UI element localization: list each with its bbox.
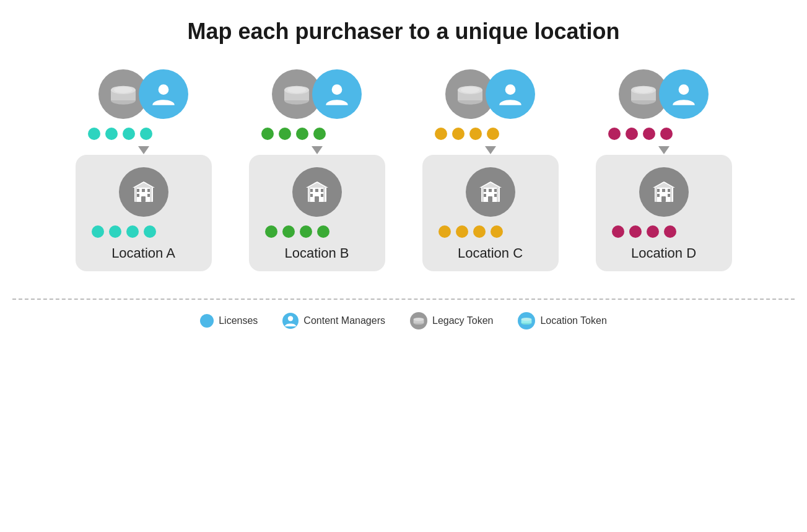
top-dots-a [88,128,152,140]
purchaser-column-b: Location B [249,69,385,271]
top-dot-a-0 [88,128,100,140]
svg-rect-15 [150,186,152,202]
legend-item-licenses: Licenses [200,314,258,328]
card-dot-b-3 [317,225,329,238]
card-dot-b-2 [300,225,312,238]
top-dot-a-3 [140,128,152,140]
svg-point-3 [114,87,133,93]
building-icon-d [639,167,689,217]
card-dots-b [265,225,329,238]
svg-rect-51 [497,186,499,202]
building-icon-b [292,167,342,217]
main-content: Location A [12,69,795,520]
purchaser-column-d: Location D [596,69,732,271]
svg-rect-9 [142,189,145,192]
top-dot-b-1 [279,128,291,140]
legend-item-location-token: Location Token [518,312,606,329]
top-dot-d-1 [626,128,638,140]
svg-rect-67 [661,196,666,202]
purchasers-row: Location A [76,69,732,271]
card-dot-c-2 [473,225,486,238]
svg-point-58 [679,84,689,95]
card-dot-d-3 [664,225,676,238]
legend-person-icon [282,313,299,329]
card-dot-d-1 [629,225,642,238]
top-dots-b [261,128,326,140]
card-dots-c [438,225,503,238]
top-dot-c-3 [487,128,499,140]
location-label-c: Location C [458,245,523,261]
card-dot-c-3 [491,225,503,238]
arrow-head-a [138,146,149,154]
location-label-b: Location B [285,245,349,261]
icons-pair-c [445,69,535,119]
legend-label-legacy-token: Legacy Token [432,315,493,326]
svg-point-21 [287,87,306,93]
svg-point-39 [461,87,479,93]
card-dot-a-2 [126,225,139,238]
top-dot-d-0 [608,128,621,140]
svg-rect-45 [489,189,492,192]
legend-item-content-managers: Content Managers [282,313,385,329]
card-dot-c-0 [438,225,451,238]
divider [12,299,795,300]
svg-point-75 [414,318,424,321]
top-dots-d [608,128,673,140]
building-icon-a [119,167,168,217]
arrow-head-d [658,146,670,154]
purchaser-column-a: Location A [76,69,212,271]
top-dot-d-3 [660,128,673,140]
building-icon-c [466,167,515,217]
location-label-a: Location A [111,245,175,261]
card-dots-a [92,225,156,238]
card-dot-d-2 [647,225,659,238]
legend-label-location-token: Location Token [540,315,606,326]
purchaser-column-c: Location C [422,69,559,271]
card-dots-d [612,225,676,238]
person-circle-b [312,69,362,119]
svg-point-72 [288,316,293,321]
svg-rect-49 [488,196,492,202]
svg-rect-63 [662,189,665,192]
svg-rect-33 [323,186,325,202]
legend-licenses-dot [200,314,214,328]
top-dot-d-2 [643,128,655,140]
top-dot-a-1 [105,128,118,140]
legend-item-legacy-token: Legacy Token [410,312,493,329]
legend-label-licenses: Licenses [219,315,258,326]
legend-label-content-managers: Content Managers [303,315,385,326]
svg-point-78 [521,318,532,321]
location-card-b: Location B [249,155,385,271]
icons-pair-a [98,69,188,119]
card-dot-b-0 [265,225,277,238]
card-dot-b-1 [282,225,295,238]
svg-rect-69 [670,186,672,202]
svg-rect-32 [308,186,310,202]
card-dot-d-0 [612,225,624,238]
page-title: Map each purchaser to a unique location [187,19,619,45]
card-dot-a-0 [92,225,104,238]
svg-rect-31 [315,196,319,202]
card-dot-a-3 [144,225,156,238]
svg-point-22 [332,84,342,95]
top-dot-c-1 [452,128,465,140]
top-dot-a-2 [123,128,135,140]
person-circle-c [486,69,535,119]
icons-pair-d [619,69,709,119]
person-circle-d [659,69,709,119]
top-dot-b-0 [261,128,274,140]
top-dot-b-2 [296,128,308,140]
svg-rect-27 [315,189,318,192]
person-circle-a [139,69,188,119]
arrow-head-b [312,146,323,154]
svg-point-40 [505,84,516,95]
svg-rect-68 [655,186,657,202]
icons-pair-b [272,69,362,119]
location-card-a: Location A [76,155,212,271]
svg-rect-50 [482,186,484,202]
svg-rect-14 [135,186,137,202]
location-label-d: Location D [631,245,696,261]
legend-row: Licenses Content Managers Legacy Token L… [200,312,607,329]
arrow-head-c [485,146,496,154]
top-dot-c-2 [469,128,482,140]
